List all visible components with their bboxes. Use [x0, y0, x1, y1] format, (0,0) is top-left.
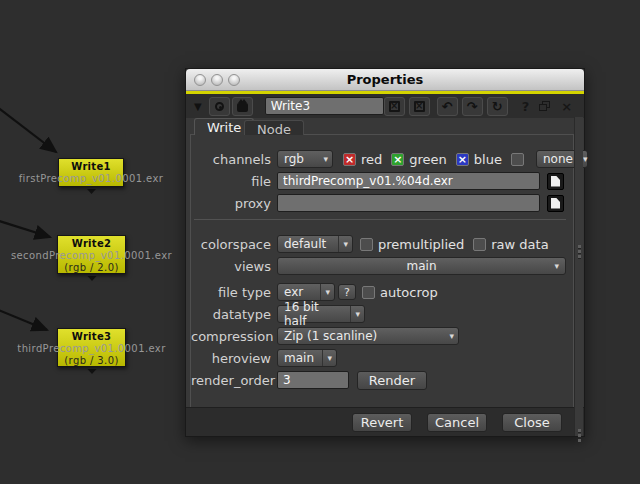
colorspace-dropdown[interactable]: default ▾ — [277, 235, 353, 253]
box-x-icon: × — [414, 101, 425, 112]
file-type-dropdown[interactable]: exr ▾ — [277, 283, 335, 301]
proxy-input[interactable] — [277, 194, 540, 212]
collapse-panel-icon[interactable]: ▼ — [194, 101, 202, 112]
chevron-down-icon: ▾ — [338, 236, 352, 252]
target-icon — [215, 102, 224, 111]
footer-bar: Revert Cancel Close — [186, 407, 584, 436]
render-button[interactable]: Render — [357, 371, 427, 390]
channel-blue-checkbox[interactable]: × — [456, 153, 469, 166]
close-panel-icon[interactable]: × — [557, 99, 576, 114]
proxy-label: proxy — [191, 196, 277, 211]
chevron-down-icon: ▾ — [550, 258, 563, 274]
render-order-label: render_order — [191, 373, 277, 388]
recycle-arrow-icon: ↻ — [492, 100, 503, 113]
zoom-traffic-light[interactable] — [228, 74, 240, 86]
channel-green-checkbox[interactable]: × — [391, 153, 404, 166]
float-window-icon[interactable] — [539, 101, 551, 112]
file-type-row: file type exr ▾ ? autocrop — [191, 282, 569, 302]
undo-icon: ↶ — [442, 100, 453, 113]
postage-stamp-button[interactable] — [232, 97, 253, 116]
channel-alpha-checkbox[interactable] — [511, 153, 524, 166]
autocrop-label: autocrop — [380, 285, 438, 300]
close-button[interactable]: Close — [502, 413, 562, 432]
window-titlebar[interactable]: Properties — [186, 69, 584, 91]
tab-content: channels rgb ▾ × red × green × blue none… — [190, 134, 574, 409]
file-type-help-button[interactable]: ? — [338, 284, 356, 300]
scrollbar-grip — [578, 245, 581, 258]
close-traffic-light[interactable] — [194, 74, 206, 86]
views-label: views — [191, 259, 277, 274]
panel-toolbar: ▼ × × ↶ ↷ ↻ ? × — [186, 94, 584, 118]
premultiplied-label: premultiplied — [378, 237, 464, 252]
colorspace-row: colorspace default ▾ premultiplied raw d… — [191, 234, 569, 254]
chevron-down-icon: ▾ — [320, 284, 334, 300]
render-order-row: render_order Render — [191, 370, 569, 390]
output-stub-write2 — [88, 276, 97, 281]
minimize-traffic-light[interactable] — [211, 74, 223, 86]
redo-button[interactable]: ↷ — [462, 97, 483, 116]
premultiplied-checkbox[interactable] — [360, 238, 373, 251]
file-type-label: file type — [191, 285, 277, 300]
node-channels-info: (rgb / 2.0) — [64, 262, 118, 273]
scrollbar-grip — [578, 429, 581, 442]
output-stub-write3 — [88, 369, 97, 374]
properties-window: Properties ▼ × × ↶ ↷ ↻ ? × Write Node ch… — [185, 68, 585, 437]
node-name-input[interactable] — [265, 97, 384, 115]
tab-node[interactable]: Node — [244, 120, 304, 135]
node-title: Write3 — [72, 331, 112, 342]
channels-row: channels rgb ▾ × red × green × blue none… — [191, 149, 569, 169]
autocrop-checkbox[interactable] — [362, 286, 375, 299]
heroview-label: heroview — [191, 351, 277, 366]
proxy-browse-button[interactable] — [547, 195, 564, 212]
connector-arrow-write1 — [0, 106, 56, 152]
scrollbar[interactable] — [574, 117, 583, 436]
node-write3[interactable]: Write3 thirdPrecomp_v01.0001.exr (rgb / … — [57, 328, 126, 367]
node-title: Write2 — [72, 238, 112, 249]
cancel-button[interactable]: Cancel — [427, 413, 487, 432]
monitor-icon — [237, 103, 248, 112]
heroview-row: heroview main ▾ — [191, 348, 569, 368]
datatype-dropdown[interactable]: 16 bit half ▾ — [277, 305, 365, 323]
chevron-down-icon: ▾ — [322, 350, 336, 366]
node-channels-info: (rgb / 3.0) — [64, 355, 118, 366]
datatype-label: datatype — [191, 307, 277, 322]
file-row: file — [191, 171, 569, 191]
raw-data-label: raw data — [491, 237, 548, 252]
compression-dropdown[interactable]: Zip (1 scanline) ▾ — [277, 327, 459, 345]
node-filename: firstPrecomp_v01.0001.exr — [19, 173, 164, 184]
box-x-icon: × — [389, 101, 400, 112]
raw-data-checkbox[interactable] — [473, 238, 486, 251]
datatype-row: datatype 16 bit half ▾ — [191, 304, 569, 324]
channels-dropdown[interactable]: rgb ▾ — [277, 150, 333, 168]
file-browse-button[interactable] — [547, 173, 564, 190]
center-node-button[interactable] — [209, 97, 230, 116]
redo-icon: ↷ — [467, 100, 478, 113]
channel-green-label: green — [409, 152, 447, 167]
node-title: Write1 — [71, 161, 111, 172]
node-write2[interactable]: Write2 secondPrecomp_v01.0001.exr (rgb /… — [57, 235, 126, 274]
undo-button[interactable]: ↶ — [437, 97, 458, 116]
views-row: views main ▾ — [191, 256, 569, 276]
compression-label: compression — [191, 329, 277, 344]
output-stub-write1 — [87, 189, 96, 194]
file-input[interactable] — [277, 172, 540, 190]
no-animation-button-2[interactable]: × — [409, 97, 430, 116]
colorspace-label: colorspace — [191, 237, 277, 252]
node-filename: secondPrecomp_v01.0001.exr — [11, 250, 172, 261]
file-browser-icon — [551, 176, 560, 187]
node-filename: thirdPrecomp_v01.0001.exr — [17, 343, 165, 354]
channel-blue-label: blue — [474, 152, 502, 167]
no-animation-button-1[interactable]: × — [384, 97, 405, 116]
render-order-input[interactable] — [277, 371, 349, 389]
file-label: file — [191, 174, 277, 189]
section-divider — [194, 219, 566, 220]
channel-red-checkbox[interactable]: × — [343, 153, 356, 166]
revert-button[interactable]: Revert — [352, 413, 412, 432]
help-icon[interactable]: ? — [518, 99, 534, 114]
chevron-down-icon: ▾ — [445, 328, 458, 344]
revert-knobs-button[interactable]: ↻ — [487, 97, 508, 116]
heroview-dropdown[interactable]: main ▾ — [277, 349, 337, 367]
node-write1[interactable]: Write1 firstPrecomp_v01.0001.exr — [58, 158, 124, 187]
compression-row: compression Zip (1 scanline) ▾ — [191, 326, 569, 346]
views-dropdown[interactable]: main ▾ — [277, 257, 566, 275]
